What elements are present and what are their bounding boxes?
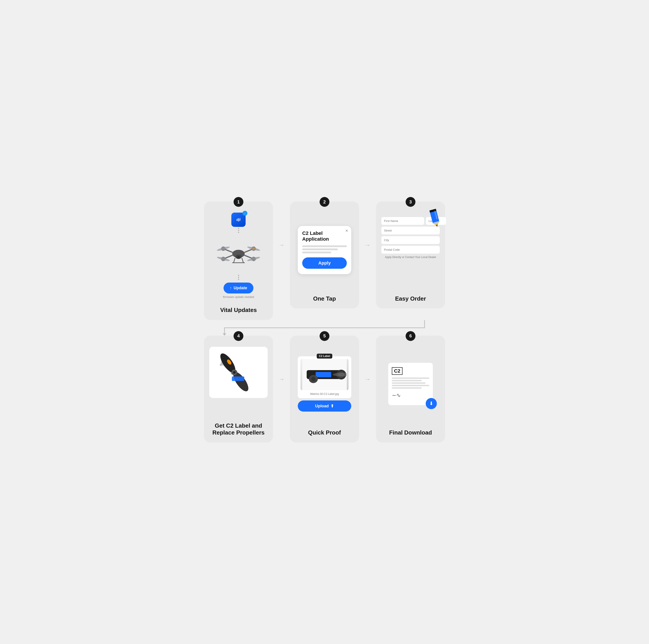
dot xyxy=(238,275,239,276)
arrow-2-3: → xyxy=(364,202,371,249)
tools-propeller-svg xyxy=(214,351,263,393)
step-5-content: C2 Label xyxy=(295,342,354,426)
step-1-card: 1 dji ↑ xyxy=(204,202,273,320)
svg-rect-42 xyxy=(315,372,331,377)
right-arrow-icon-2: → xyxy=(364,242,371,249)
step-6-content: C2 ∼∿ ⬇ xyxy=(381,342,440,426)
c2-label-tag: C2 Label xyxy=(317,354,332,358)
signature-area: ∼∿ xyxy=(392,392,429,398)
tools-prop-area xyxy=(209,347,268,398)
doc-line-4 xyxy=(392,385,429,386)
step-4-number: 4 xyxy=(233,331,243,341)
step-3-card: 3 xyxy=(376,202,445,308)
form-note: Apply Directly or Contact Your Local Dea… xyxy=(381,255,440,259)
step-3-content: Apply Directly or Contact Your Local Dea… xyxy=(381,208,440,292)
upload-icon: ⬆ xyxy=(331,403,334,409)
dotted-line-bottom xyxy=(238,275,239,280)
update-arrow-icon: ↑ xyxy=(230,286,232,290)
step-1-content: dji ↑ xyxy=(209,208,268,303)
step-2-title: One Tap xyxy=(313,295,336,302)
step-6-card: 6 C2 ∼∿ xyxy=(376,336,445,442)
dialog-close-button[interactable]: ✕ xyxy=(345,229,348,233)
arrow-4-5: → xyxy=(278,336,285,383)
step-4-content xyxy=(209,342,268,419)
svg-line-15 xyxy=(233,258,235,263)
dot xyxy=(238,232,239,233)
drone-svg xyxy=(214,237,263,270)
dji-logo: dji xyxy=(236,218,241,222)
dot xyxy=(238,279,239,280)
drone-photo-svg xyxy=(302,359,347,390)
drone-photo xyxy=(300,359,349,390)
step-1-title: Vital Updates xyxy=(220,307,257,313)
filename-text: Matrice-30-C2-Label.jpg xyxy=(300,392,349,395)
right-arrow-icon: → xyxy=(278,242,285,249)
step-2-card: 2 ✕ C2 Label Application Apply On xyxy=(290,202,359,308)
row-2: 4 xyxy=(202,336,447,442)
step-5-title: Quick Proof xyxy=(308,429,341,436)
doc-c2-label: C2 xyxy=(392,367,402,375)
dialog-title: C2 Label Application xyxy=(302,230,347,242)
update-button[interactable]: ↑ Update xyxy=(223,283,253,294)
postal-input[interactable] xyxy=(381,246,440,254)
row-1: 1 dji ↑ xyxy=(202,202,447,320)
step-4-title: Get C2 Label and Replace Propellers xyxy=(209,422,268,436)
svg-marker-21 xyxy=(435,224,438,227)
dialog-line-2 xyxy=(302,249,338,250)
svg-rect-35 xyxy=(232,376,244,381)
dot xyxy=(238,228,239,229)
step-3-number: 3 xyxy=(406,197,416,207)
download-button[interactable]: ⬇ xyxy=(426,398,437,409)
dialog-line-3 xyxy=(302,252,331,253)
upload-button[interactable]: Upload ⬆ xyxy=(298,400,351,412)
city-input[interactable] xyxy=(381,236,440,244)
apply-button[interactable]: Apply xyxy=(302,257,347,269)
svg-line-16 xyxy=(242,258,243,263)
svg-point-18 xyxy=(253,248,255,250)
download-icon: ⬇ xyxy=(429,401,433,406)
arrow-1-2: → xyxy=(278,202,285,249)
doc-line-1 xyxy=(392,378,429,379)
step-4-card: 4 xyxy=(204,336,273,442)
dot xyxy=(238,230,239,231)
doc-line-5 xyxy=(392,387,422,389)
dot xyxy=(238,277,239,278)
doc-line-2 xyxy=(392,380,422,381)
right-arrow-icon-4: → xyxy=(364,376,371,383)
step-2-number: 2 xyxy=(319,197,330,207)
doc-lines xyxy=(392,378,429,389)
step-3-title: Easy Order xyxy=(395,295,426,302)
step-1-number: 1 xyxy=(233,197,243,207)
arrow-5-6: → xyxy=(364,336,371,383)
svg-point-44 xyxy=(311,377,315,381)
step-6-number: 6 xyxy=(406,331,416,341)
photo-area: C2 Label xyxy=(298,356,351,398)
update-button-label: Update xyxy=(233,286,247,290)
svg-marker-25 xyxy=(223,333,226,336)
step-6-title: Final Download xyxy=(389,429,432,436)
update-badge-arrow-icon: ↑ xyxy=(244,212,246,215)
svg-point-2 xyxy=(237,256,240,258)
dji-app-icon: dji ↑ xyxy=(231,213,246,227)
dotted-line-top xyxy=(238,228,239,233)
upload-button-label: Upload xyxy=(315,404,329,409)
dialog-line-1 xyxy=(302,245,347,247)
doc-line-3 xyxy=(392,382,426,384)
main-container: 1 dji ↑ xyxy=(202,202,447,442)
step-5-number: 5 xyxy=(319,331,330,341)
dialog-lines xyxy=(302,245,347,253)
doc-container: C2 ∼∿ ⬇ xyxy=(388,358,433,405)
doc-area: C2 ∼∿ xyxy=(388,363,433,405)
right-arrow-icon-3: → xyxy=(278,376,285,383)
first-name-input[interactable] xyxy=(381,217,424,225)
svg-point-34 xyxy=(233,371,235,374)
drone-image-area xyxy=(213,236,264,272)
update-badge: ↑ xyxy=(243,211,247,216)
step-5-card: 5 C2 Label xyxy=(290,336,359,442)
firmware-text: firmware update needed xyxy=(223,295,254,299)
step-2-content: ✕ C2 Label Application Apply xyxy=(295,208,354,292)
dialog-box: ✕ C2 Label Application Apply xyxy=(298,226,351,274)
